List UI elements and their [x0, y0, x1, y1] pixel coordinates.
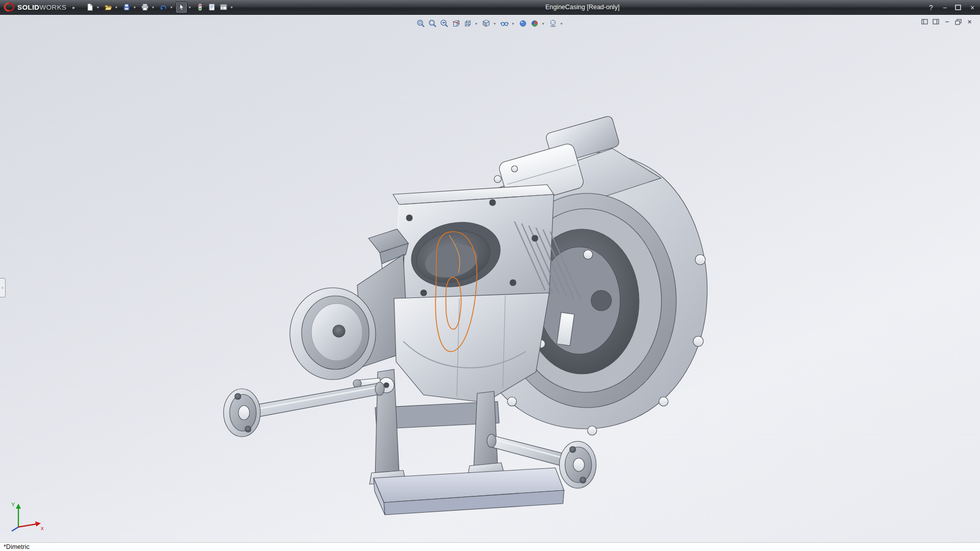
help-button[interactable]: ? — [927, 4, 935, 11]
select-dropdown-caret[interactable]: ▾ — [187, 5, 192, 10]
window-title: EngineCasing [Read-only] — [545, 0, 619, 15]
zoom-to-fit-icon — [416, 19, 426, 28]
heads-up-view-toolbar: ▾ ▾ ▾ — [415, 18, 566, 29]
zoom-to-fit-button[interactable] — [415, 18, 427, 29]
view-orientation-caret[interactable]: ▾ — [474, 21, 479, 26]
new-dropdown-caret[interactable]: ▾ — [95, 5, 101, 10]
options-dropdown-caret[interactable]: ▾ — [229, 5, 234, 10]
close-button[interactable]: × — [969, 4, 976, 11]
solidworks-logo-icon — [4, 2, 15, 12]
zoom-to-area-icon — [428, 19, 437, 28]
select-tool-button[interactable] — [176, 2, 187, 13]
print-icon — [141, 3, 149, 11]
open-button[interactable] — [103, 2, 113, 13]
hide-show-glasses-icon — [500, 19, 509, 28]
document-window-controls: − × — [921, 18, 973, 25]
zoom-to-area-button[interactable] — [427, 18, 438, 29]
new-document-button[interactable] — [84, 2, 95, 13]
pane-right-icon — [933, 19, 939, 24]
display-style-button[interactable] — [481, 18, 492, 29]
view-orientation-cube-icon — [463, 19, 473, 28]
save-floppy-icon — [122, 3, 131, 11]
pane-left-icon — [921, 19, 928, 24]
view-settings-shadow-icon — [549, 19, 558, 28]
feature-manager-splitter-handle[interactable]: ‹ — [0, 278, 6, 297]
view-orientation-button[interactable] — [462, 18, 474, 29]
undo-arrow-icon — [159, 3, 167, 11]
titlebar-toolbar: ▾ ▾ ▾ ▾ — [83, 2, 235, 13]
solidworks-brand: SOLIDWORKS — [0, 2, 70, 12]
minimize-button[interactable]: − — [941, 4, 948, 11]
undo-dropdown-caret[interactable]: ▾ — [168, 5, 174, 10]
file-properties-button[interactable] — [206, 2, 217, 13]
doc-restore-button[interactable] — [955, 19, 962, 25]
triad-y-label: Y — [11, 502, 15, 508]
rebuild-traffic-light-icon — [196, 3, 204, 11]
section-view-button[interactable] — [451, 18, 462, 29]
display-style-caret[interactable]: ▾ — [492, 21, 498, 26]
window-controls: ? − × — [927, 0, 976, 15]
hide-show-caret[interactable]: ▾ — [510, 21, 516, 26]
splitter-arrow-icon: ‹ — [2, 285, 4, 290]
maximize-button[interactable] — [955, 5, 962, 10]
triad-x-label: x — [41, 525, 44, 531]
restore-icon — [955, 19, 962, 25]
new-document-icon — [86, 3, 94, 11]
options-button[interactable] — [218, 2, 229, 13]
open-folder-icon — [104, 3, 112, 11]
file-properties-icon — [208, 3, 216, 11]
reference-triad: Y x — [7, 500, 46, 532]
undo-button[interactable] — [158, 2, 168, 13]
options-panel-icon — [219, 3, 228, 11]
edit-appearance-button[interactable] — [518, 18, 529, 29]
save-dropdown-caret[interactable]: ▾ — [132, 5, 137, 10]
apply-scene-button[interactable] — [529, 18, 541, 29]
hide-show-items-button[interactable] — [499, 18, 510, 29]
doc-close-button[interactable]: × — [966, 18, 973, 25]
edit-appearance-sphere-icon — [519, 19, 528, 28]
display-style-cube-icon — [482, 19, 491, 28]
status-bar: *Dimetric — [0, 542, 980, 551]
display-pane-toggle-button[interactable] — [933, 19, 939, 24]
view-settings-caret[interactable]: ▾ — [559, 21, 565, 26]
print-button[interactable] — [139, 2, 150, 13]
titlebar[interactable]: SOLIDWORKS ▸ ▾ ▾ ▾ — [0, 0, 980, 15]
engine-casing-3d-model[interactable] — [0, 15, 980, 542]
maximize-icon — [955, 5, 961, 10]
open-dropdown-caret[interactable]: ▾ — [113, 5, 119, 10]
print-dropdown-caret[interactable]: ▾ — [150, 5, 156, 10]
previous-view-icon — [440, 19, 449, 28]
brand-text: SOLIDWORKS — [17, 4, 66, 11]
feature-pane-toggle-button[interactable] — [921, 19, 928, 24]
model-geometry — [224, 115, 707, 515]
rebuild-button[interactable] — [194, 2, 205, 13]
save-button[interactable] — [121, 2, 132, 13]
apply-scene-ball-icon — [530, 19, 540, 28]
apply-scene-caret[interactable]: ▾ — [541, 21, 546, 26]
doc-minimize-button[interactable]: − — [944, 18, 950, 25]
graphics-viewport[interactable]: ▾ ▾ ▾ — [0, 15, 980, 542]
select-cursor-icon — [178, 3, 186, 11]
previous-view-button[interactable] — [439, 18, 450, 29]
section-view-icon — [452, 19, 461, 28]
view-orientation-status: *Dimetric — [4, 543, 30, 550]
menu-expand-arrow[interactable]: ▸ — [72, 5, 75, 10]
view-settings-button[interactable] — [548, 18, 559, 29]
